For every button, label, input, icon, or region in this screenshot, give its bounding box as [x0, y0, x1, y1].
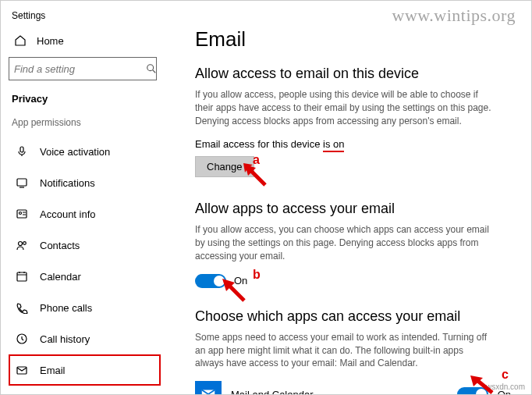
svg-rect-7 — [17, 272, 27, 281]
page-title: Email — [195, 27, 512, 52]
svg-point-5 — [19, 242, 23, 246]
nav-item-phone-calls[interactable]: Phone calls — [9, 292, 161, 323]
search-box[interactable] — [9, 57, 157, 80]
search-input[interactable] — [14, 63, 146, 75]
nav-section-head: Privacy — [9, 91, 161, 116]
section1-desc: If you allow access, people using this d… — [195, 88, 491, 127]
watermark-top: www.wintips.org — [392, 5, 516, 26]
annotation-b: b — [253, 268, 261, 282]
microphone-icon — [15, 144, 29, 158]
svg-rect-1 — [20, 147, 23, 152]
nav-item-tasks[interactable]: Tasks — [9, 386, 161, 394]
nav-item-label: Voice activation — [40, 146, 110, 158]
svg-point-4 — [20, 212, 22, 215]
app-row-mail-calendar: Mail and Calendar On — [195, 381, 511, 394]
nav-item-email[interactable]: Email — [9, 354, 161, 386]
device-access-status: Email access for this device is on — [195, 138, 512, 150]
section3-desc: Some apps need to access your email to w… — [195, 331, 491, 370]
svg-rect-3 — [17, 210, 27, 218]
nav-item-contacts[interactable]: Contacts — [9, 230, 161, 261]
nav-item-label: Account info — [40, 208, 96, 220]
annotation-c: c — [502, 368, 509, 382]
nav-home[interactable]: Home — [9, 29, 161, 52]
section2-title: Allow apps to access your email — [195, 201, 512, 217]
section2-desc: If you allow access, you can choose whic… — [195, 223, 491, 262]
nav-item-call-history[interactable]: Call history — [9, 323, 161, 354]
section1-title: Allow access to email on this device — [195, 66, 512, 82]
mail-calendar-app-icon — [195, 381, 222, 394]
phone-icon — [15, 301, 29, 315]
account-icon — [15, 207, 29, 221]
nav-item-account-info[interactable]: Account info — [9, 198, 161, 230]
nav-item-calendar[interactable]: Calendar — [9, 261, 161, 292]
nav-home-label: Home — [37, 35, 64, 47]
svg-rect-2 — [17, 179, 27, 186]
nav-item-voice-activation[interactable]: Voice activation — [9, 136, 161, 167]
nav-section-sub: App permissions — [9, 116, 161, 136]
app-name-label: Mail and Calendar — [231, 389, 448, 394]
window-title: Settings — [9, 7, 161, 29]
svg-point-0 — [147, 65, 154, 71]
nav-item-label: Calendar — [40, 271, 81, 283]
section3-title: Choose which apps can access your email — [195, 308, 512, 325]
settings-nav: Settings Home Privacy App permissions Vo… — [1, 1, 168, 394]
email-icon — [15, 363, 29, 377]
calendar-icon — [15, 269, 29, 283]
arrow-c-icon — [469, 374, 500, 395]
nav-item-label: Call history — [40, 333, 90, 345]
call-history-icon — [15, 332, 29, 346]
svg-point-6 — [23, 242, 27, 245]
contacts-icon — [15, 238, 29, 252]
arrow-b-icon — [221, 277, 252, 304]
search-icon — [146, 62, 157, 76]
nav-item-label: Email — [40, 365, 66, 376]
notifications-icon — [15, 176, 29, 190]
arrow-a-icon — [242, 162, 273, 188]
content-pane: Email Allow access to email on this devi… — [168, 1, 531, 394]
nav-item-label: Phone calls — [40, 302, 92, 314]
nav-item-label: Notifications — [40, 177, 95, 189]
nav-item-notifications[interactable]: Notifications — [9, 167, 161, 198]
home-icon — [13, 34, 27, 48]
nav-item-label: Contacts — [40, 240, 80, 251]
